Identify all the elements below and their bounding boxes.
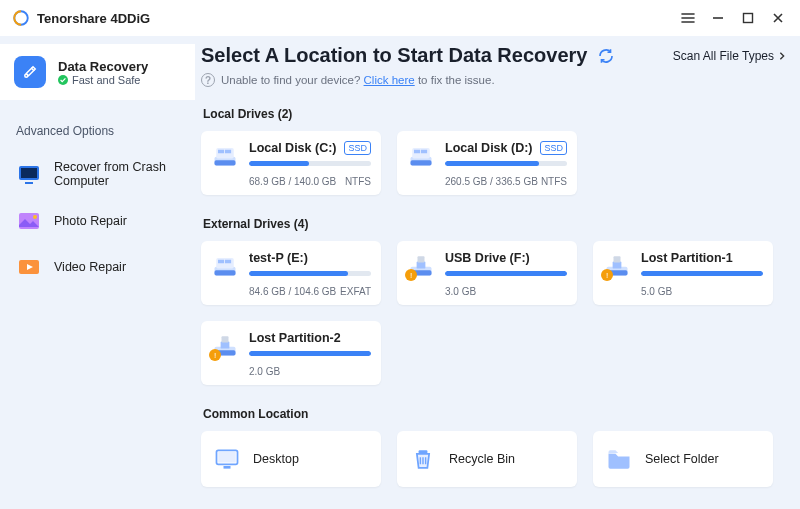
drive-card[interactable]: Local Disk (D:) SSD 260.5 GB / 336.5 GB …	[397, 131, 577, 195]
drive-tag: SSD	[540, 141, 567, 155]
folder-icon	[605, 445, 633, 473]
svg-rect-36	[222, 336, 229, 342]
svg-rect-28	[418, 256, 425, 262]
common-location-card[interactable]: Desktop	[201, 431, 381, 487]
sidebar-primary-title: Data Recovery	[58, 59, 148, 74]
common-location-card[interactable]: Select Folder	[593, 431, 773, 487]
svg-rect-24	[225, 260, 231, 264]
usage-bar	[445, 161, 567, 166]
click-here-link[interactable]: Click here	[364, 74, 415, 86]
drive-size: 2.0 GB	[249, 366, 280, 377]
svg-rect-21	[215, 270, 236, 275]
svg-rect-2	[744, 14, 753, 23]
page-headline: Select A Location to Start Data Recovery	[201, 44, 615, 67]
common-location-card[interactable]: Recycle Bin	[397, 431, 577, 487]
svg-rect-23	[218, 260, 224, 264]
drive-name: Local Disk (C:)	[249, 141, 337, 155]
sidebar-item-label: Video Repair	[54, 260, 126, 274]
svg-rect-40	[419, 450, 428, 454]
external-drives-section-title: External Drives (4)	[203, 217, 786, 231]
svg-rect-11	[215, 160, 236, 165]
svg-rect-18	[414, 150, 420, 154]
drive-card[interactable]: ! USB Drive (F:) 3.0 GB	[397, 241, 577, 305]
brand: Tenorshare 4DDiG	[12, 9, 150, 27]
usb-drive-icon: !	[211, 331, 239, 359]
titlebar: Tenorshare 4DDiG	[0, 0, 800, 36]
drive-filesystem: NTFS	[541, 176, 567, 187]
common-location-label: Recycle Bin	[449, 452, 515, 466]
drive-card[interactable]: ! Lost Partition-1 5.0 GB	[593, 241, 773, 305]
drive-name: Lost Partition-2	[249, 331, 341, 345]
usage-bar	[445, 271, 567, 276]
sidebar-primary-data-recovery[interactable]: Data Recovery Fast and Safe	[0, 44, 195, 100]
usb-drive-icon: !	[603, 251, 631, 279]
svg-point-3	[25, 74, 28, 77]
svg-rect-32	[614, 256, 621, 262]
hard-drive-icon	[211, 141, 239, 169]
svg-rect-27	[417, 262, 426, 269]
sidebar-item-photo-repair[interactable]: Photo Repair	[0, 198, 195, 244]
svg-rect-31	[613, 262, 622, 269]
drive-card[interactable]: test-P (E:) 84.6 GB / 104.6 GB EXFAT	[201, 241, 381, 305]
sidebar-item-video-repair[interactable]: Video Repair	[0, 244, 195, 290]
drive-card[interactable]: ! Lost Partition-2 2.0 GB	[201, 321, 381, 385]
close-icon[interactable]	[770, 10, 786, 26]
warning-badge-icon: !	[601, 269, 613, 281]
drive-card[interactable]: Local Disk (C:) SSD 68.9 GB / 140.0 GB N…	[201, 131, 381, 195]
common-location-label: Select Folder	[645, 452, 719, 466]
tools-icon	[14, 56, 46, 88]
svg-rect-39	[224, 466, 231, 469]
drive-name: USB Drive (F:)	[445, 251, 530, 265]
info-icon: ?	[201, 73, 215, 87]
usage-bar	[249, 351, 371, 356]
usage-bar	[249, 161, 371, 166]
recycle-icon	[409, 445, 437, 473]
drive-size: 68.9 GB / 140.0 GB	[249, 176, 336, 187]
svg-rect-6	[25, 182, 33, 184]
svg-rect-16	[411, 160, 432, 165]
menu-icon[interactable]	[680, 10, 696, 26]
scan-file-types-button[interactable]: Scan All File Types	[673, 49, 786, 63]
refresh-icon[interactable]	[597, 47, 615, 65]
usage-bar	[249, 271, 371, 276]
svg-rect-38	[218, 452, 236, 463]
common-location-section-title: Common Location	[203, 407, 786, 421]
sidebar-item-recover-crash[interactable]: Recover from Crash Computer	[0, 150, 195, 198]
svg-rect-35	[221, 342, 230, 349]
maximize-icon[interactable]	[740, 10, 756, 26]
drive-size: 5.0 GB	[641, 286, 672, 297]
drive-filesystem: NTFS	[345, 176, 371, 187]
drive-size: 84.6 GB / 104.6 GB	[249, 286, 336, 297]
common-location-label: Desktop	[253, 452, 299, 466]
app-title: Tenorshare 4DDiG	[37, 11, 150, 26]
shield-check-icon	[58, 75, 68, 85]
desktop-icon	[213, 445, 241, 473]
usage-bar	[641, 271, 763, 276]
drive-name: Lost Partition-1	[641, 251, 733, 265]
hard-drive-icon	[407, 141, 435, 169]
chevron-right-icon	[778, 51, 786, 61]
sidebar-item-label: Photo Repair	[54, 214, 127, 228]
svg-rect-5	[21, 168, 37, 178]
warning-badge-icon: !	[405, 269, 417, 281]
local-drives-section-title: Local Drives (2)	[203, 107, 786, 121]
minimize-icon[interactable]	[710, 10, 726, 26]
drive-name: test-P (E:)	[249, 251, 308, 265]
photo-repair-icon	[16, 208, 42, 234]
usb-drive-icon: !	[407, 251, 435, 279]
brand-logo-icon	[12, 9, 30, 27]
video-repair-icon	[16, 254, 42, 280]
svg-rect-13	[218, 150, 224, 154]
hard-drive-icon	[211, 251, 239, 279]
drive-size: 3.0 GB	[445, 286, 476, 297]
sidebar-item-label: Recover from Crash Computer	[54, 160, 174, 188]
sidebar: Data Recovery Fast and Safe Advanced Opt…	[0, 36, 195, 509]
main-content: Select A Location to Start Data Recovery…	[195, 36, 800, 509]
advanced-options-header: Advanced Options	[0, 124, 195, 150]
window-controls	[680, 10, 786, 26]
svg-rect-14	[225, 150, 231, 154]
svg-rect-19	[421, 150, 427, 154]
drive-name: Local Disk (D:)	[445, 141, 533, 155]
device-not-found-hint: ? Unable to find your device? Click here…	[201, 73, 786, 87]
svg-point-8	[33, 215, 37, 219]
